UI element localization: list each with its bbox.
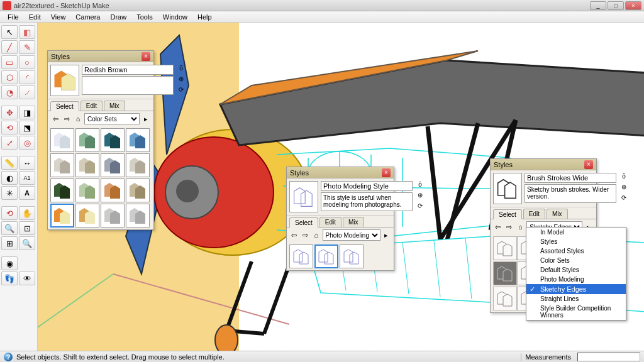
zoom-tool[interactable]: 🔍 xyxy=(1,221,18,235)
rectangle-tool[interactable]: ▭ xyxy=(1,55,18,69)
style-swatch[interactable] xyxy=(340,244,364,268)
style-swatch[interactable] xyxy=(101,178,125,202)
details-icon[interactable]: ▸ xyxy=(141,114,151,124)
arc2-tool[interactable]: ⟋ xyxy=(19,85,35,99)
panel-title[interactable]: Styles × xyxy=(48,51,153,62)
style-swatch[interactable] xyxy=(126,128,150,152)
dropdown-item[interactable]: Photo Modeling xyxy=(526,275,626,284)
tape-tool[interactable]: 📏 xyxy=(1,156,18,170)
style-swatch[interactable] xyxy=(75,204,99,228)
create-style-icon[interactable]: ⊕ xyxy=(619,184,629,192)
nav-back-icon[interactable]: ⇦ xyxy=(50,114,60,124)
text-tool[interactable]: A1 xyxy=(19,171,35,185)
create-style-icon[interactable]: ⊕ xyxy=(415,192,425,200)
style-description[interactable]: This style is useful when modeling from … xyxy=(321,192,413,211)
minimize-button[interactable]: _ xyxy=(590,1,606,10)
tab-select[interactable]: Select xyxy=(289,217,318,228)
circle-tool[interactable]: ○ xyxy=(19,55,35,69)
style-description[interactable]: Sketchy brush strokes. Wider version. xyxy=(525,184,616,203)
eraser-tool[interactable]: ◧ xyxy=(19,25,35,39)
menu-window[interactable]: Window xyxy=(158,13,192,21)
update-style-icon[interactable]: ⟳ xyxy=(619,194,629,203)
nav-home-icon[interactable]: ⌂ xyxy=(311,230,321,240)
dropdown-item[interactable]: Default Styles xyxy=(526,265,626,275)
line-tool[interactable]: ╱ xyxy=(1,40,18,54)
nav-back-icon[interactable]: ⇦ xyxy=(493,222,503,232)
style-swatch[interactable] xyxy=(314,244,338,268)
collection-dropdown[interactable]: Photo Modeling xyxy=(323,229,380,241)
style-swatch[interactable] xyxy=(126,204,150,228)
style-swatch[interactable] xyxy=(289,244,313,268)
styles-panel-photomodeling[interactable]: Styles × This style is useful when model… xyxy=(286,167,394,271)
arc-tool[interactable]: ◜ xyxy=(19,70,35,84)
position-camera-tool[interactable]: ◉ xyxy=(1,256,18,270)
style-swatch[interactable] xyxy=(50,153,74,177)
nav-back-icon[interactable]: ⇦ xyxy=(289,230,299,240)
style-swatch[interactable] xyxy=(493,236,517,260)
pie-tool[interactable]: ◔ xyxy=(1,85,18,99)
tab-mix[interactable]: Mix xyxy=(104,101,125,111)
measurements-input[interactable] xyxy=(577,353,640,361)
dropdown-item[interactable]: Color Sets xyxy=(526,256,626,265)
pan-tool[interactable]: ✋ xyxy=(19,206,35,220)
menu-tools[interactable]: Tools xyxy=(131,13,158,21)
style-swatch[interactable] xyxy=(75,178,99,202)
nav-home-icon[interactable]: ⌂ xyxy=(73,114,83,124)
collection-dropdown[interactable]: Color Sets xyxy=(84,113,140,124)
tab-edit[interactable]: Edit xyxy=(523,209,545,219)
nav-forward-icon[interactable]: ⇨ xyxy=(504,222,514,232)
pushpull-tool[interactable]: ◨ xyxy=(19,106,35,119)
scale-tool[interactable]: ⤢ xyxy=(1,136,18,150)
panel-close-icon[interactable]: × xyxy=(382,168,391,177)
nav-home-icon[interactable]: ⌂ xyxy=(516,222,526,232)
walk-tool[interactable]: 👣 xyxy=(1,272,18,285)
style-name-input[interactable] xyxy=(82,65,174,75)
tab-edit[interactable]: Edit xyxy=(319,217,341,227)
style-swatch[interactable] xyxy=(75,128,99,152)
help-icon[interactable]: ? xyxy=(4,353,13,361)
axes-tool[interactable]: ✳ xyxy=(1,186,18,200)
tab-edit[interactable]: Edit xyxy=(80,101,103,111)
display-style-icon[interactable]: ŏ xyxy=(619,173,629,182)
tab-mix[interactable]: Mix xyxy=(547,209,568,219)
style-swatch[interactable] xyxy=(50,178,74,202)
followme-tool[interactable]: ⬔ xyxy=(19,121,35,134)
tab-mix[interactable]: Mix xyxy=(343,217,364,227)
tab-select[interactable]: Select xyxy=(493,209,522,219)
protractor-tool[interactable]: ◐ xyxy=(1,171,18,185)
select-tool[interactable]: ↖ xyxy=(1,25,18,39)
menu-help[interactable]: Help xyxy=(192,13,217,21)
dropdown-item[interactable]: Straight Lines xyxy=(526,294,626,304)
dropdown-item[interactable]: In Model xyxy=(526,228,626,237)
update-style-icon[interactable]: ⟳ xyxy=(415,202,425,211)
rotate-tool[interactable]: ⟲ xyxy=(1,121,18,134)
nav-forward-icon[interactable]: ⇨ xyxy=(62,114,72,124)
menu-file[interactable]: File xyxy=(3,13,24,21)
dimension-tool[interactable]: ↔ xyxy=(19,156,35,170)
display-style-icon[interactable]: ŏ xyxy=(415,181,425,190)
pencil-tool[interactable]: ✎ xyxy=(19,40,35,54)
styles-panel-sketchyedges[interactable]: Styles × Sketchy brush strokes. Wider ve… xyxy=(490,158,597,313)
lookaround-tool[interactable]: 👁 xyxy=(19,272,35,285)
style-swatch[interactable] xyxy=(493,261,517,285)
zoomextents-tool[interactable]: ⊞ xyxy=(1,236,18,250)
style-name-input[interactable] xyxy=(525,173,616,183)
style-name-input[interactable] xyxy=(321,181,413,191)
panel-close-icon[interactable]: × xyxy=(584,160,593,169)
orbit-tool[interactable]: ⟲ xyxy=(1,206,18,220)
style-swatch[interactable] xyxy=(101,204,125,228)
update-style-icon[interactable]: ⟳ xyxy=(176,86,186,95)
display-style-icon[interactable]: ŏ xyxy=(176,65,186,74)
style-swatch[interactable] xyxy=(75,153,99,177)
style-swatch[interactable] xyxy=(101,153,125,177)
create-style-icon[interactable]: ⊕ xyxy=(176,75,186,84)
dropdown-item[interactable]: Style Builder Competition Winners xyxy=(526,304,626,320)
close-button[interactable]: × xyxy=(625,1,641,10)
move-tool[interactable]: ✥ xyxy=(1,106,18,119)
style-swatch[interactable] xyxy=(126,178,150,202)
dropdown-item[interactable]: Assorted Styles xyxy=(526,246,626,256)
style-description[interactable] xyxy=(82,76,174,95)
3dtext-tool[interactable]: A xyxy=(19,186,35,200)
zoomwindow-tool[interactable]: ⊡ xyxy=(19,221,35,235)
style-swatch[interactable] xyxy=(101,128,125,152)
